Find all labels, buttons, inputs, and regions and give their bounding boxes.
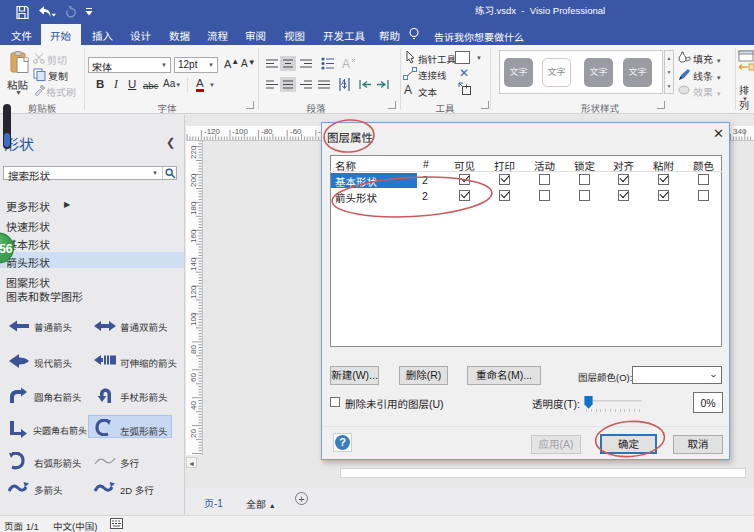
svg-text:100: 100: [189, 312, 198, 326]
svg-text:A: A: [342, 57, 350, 71]
svg-text:140: 140: [189, 257, 198, 271]
svg-text:220: 220: [189, 145, 198, 159]
svg-text:60: 60: [189, 373, 198, 382]
svg-text:80: 80: [189, 345, 198, 354]
svg-text:40: 40: [189, 401, 198, 410]
svg-text:180: 180: [189, 201, 198, 215]
svg-text:-60: -60: [290, 127, 302, 136]
svg-text:-80: -80: [261, 127, 273, 136]
svg-text:A: A: [341, 78, 347, 87]
svg-text:20: 20: [189, 429, 198, 438]
svg-text:160: 160: [189, 229, 198, 243]
svg-text:120: 120: [189, 285, 198, 299]
svg-text:-120: -120: [204, 127, 221, 136]
svg-text:-100: -100: [232, 127, 249, 136]
svg-text:340: 340: [733, 127, 747, 136]
svg-text:56: 56: [0, 242, 13, 256]
svg-text:200: 200: [189, 173, 198, 187]
